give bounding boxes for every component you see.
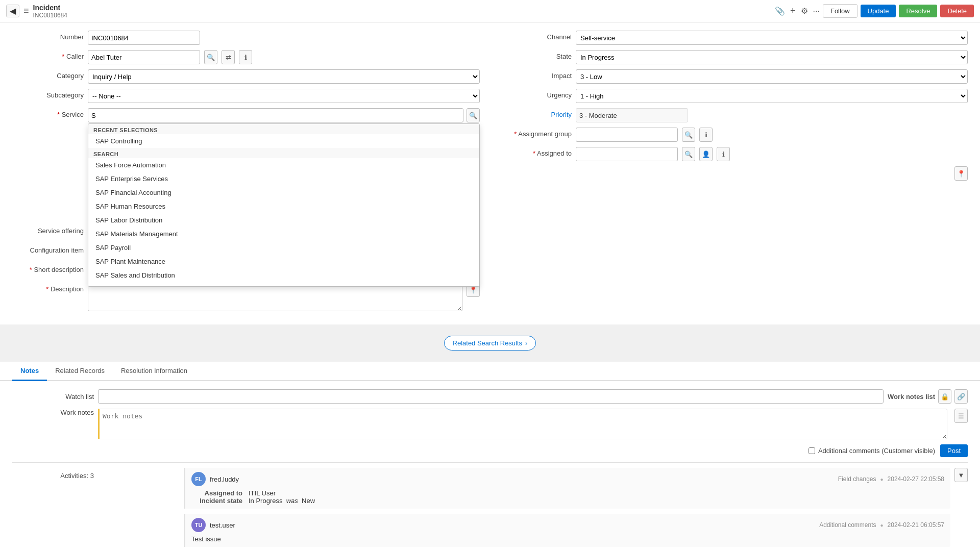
work-notes-label: Work notes <box>12 409 94 416</box>
avatar-fl: FL <box>191 472 206 486</box>
form-right: Channel Self-service Phone Email State I… <box>480 31 968 316</box>
description-label: Description <box>12 283 84 293</box>
short-desc-label: Short description <box>12 263 84 273</box>
description-textarea[interactable] <box>88 283 462 311</box>
activity-type-1: Field changes <box>838 475 876 483</box>
service-offering-label: Service offering <box>12 224 84 235</box>
username-fl: fred.luddy <box>210 475 239 483</box>
caller-search-icon[interactable]: 🔍 <box>204 50 217 64</box>
additional-comments-checkbox[interactable] <box>808 447 815 454</box>
channel-label: Channel <box>500 31 572 41</box>
update-button[interactable]: Update <box>861 5 896 17</box>
search-label: Search <box>88 148 479 158</box>
post-row: Additional comments (Customer visible) P… <box>12 444 968 457</box>
priority-value: 3 - Moderate <box>576 108 688 122</box>
number-label: Number <box>12 31 84 41</box>
watch-list-input[interactable] <box>98 389 884 404</box>
dropdown-item-sap-payroll[interactable]: SAP Payroll <box>88 241 479 255</box>
state-label: State <box>500 50 572 60</box>
dropdown-item-sap-financial[interactable]: SAP Financial Accounting <box>88 186 479 199</box>
assigned-to-user-btn[interactable]: 👤 <box>699 147 713 161</box>
caller-info-icon[interactable]: ℹ <box>239 50 252 64</box>
related-search-label: Related Search Results <box>453 339 523 347</box>
dropdown-item-sap-materials[interactable]: SAP Materials Management <box>88 227 479 241</box>
related-search-btn[interactable]: Related Search Results › <box>444 336 536 350</box>
form-area: Number Caller 🔍 ⇄ ℹ Category Inquiry / H… <box>0 22 980 324</box>
more-icon[interactable]: ··· <box>813 7 820 16</box>
work-notes-format-btn[interactable]: ☰ <box>954 409 968 423</box>
dropdown-item-sap-controlling[interactable]: SAP Controlling <box>88 134 479 148</box>
location-btn[interactable]: 📍 <box>954 166 968 181</box>
username-tu-1: test.user <box>210 521 235 529</box>
tab-related-records[interactable]: Related Records <box>47 362 113 381</box>
assignment-group-search-btn[interactable]: 🔍 <box>682 128 695 142</box>
form-left: Number Caller 🔍 ⇄ ℹ Category Inquiry / H… <box>12 31 480 316</box>
service-field-wrap: 🔍 Recent selections SAP Controlling Sear… <box>88 108 480 122</box>
service-dropdown: Recent selections SAP Controlling Search… <box>88 123 480 287</box>
work-notes-textarea[interactable] <box>98 409 947 439</box>
assigned-to-info-btn[interactable]: ℹ <box>717 147 730 161</box>
subcategory-select[interactable]: -- None -- <box>88 89 480 103</box>
number-input[interactable] <box>88 31 200 45</box>
menu-icon[interactable]: ≡ <box>23 6 29 16</box>
channel-select[interactable]: Self-service Phone Email <box>576 31 968 45</box>
assigned-to-search-btn[interactable]: 🔍 <box>682 147 695 161</box>
service-input[interactable] <box>88 108 463 122</box>
post-button[interactable]: Post <box>940 444 968 457</box>
work-notes-list-share-btn[interactable]: 🔗 <box>954 389 968 404</box>
priority-label[interactable]: Priority <box>500 108 572 118</box>
activity-ts-2: 2024-02-21 06:05:57 <box>888 521 944 529</box>
assigned-to-label: Assigned to <box>500 147 572 157</box>
recent-selections-label: Recent selections <box>88 124 479 134</box>
add-icon[interactable]: + <box>790 6 796 16</box>
dropdown-item-sap-plant[interactable]: SAP Plant Maintenance <box>88 255 479 268</box>
dropdown-item-sap-human[interactable]: SAP Human Resources <box>88 199 479 213</box>
service-search-btn[interactable]: 🔍 <box>467 108 480 122</box>
attachment-icon[interactable]: 📎 <box>775 6 785 16</box>
assignment-group-info-btn[interactable]: ℹ <box>699 128 713 142</box>
activities-filter-btn[interactable]: ▼ <box>954 468 968 482</box>
caller-input[interactable] <box>88 50 200 64</box>
watch-list-label: Watch list <box>12 393 94 400</box>
tab-content: Watch list Work notes list 🔒 🔗 Work note… <box>0 381 980 551</box>
urgency-select[interactable]: 1 - High 2 - Medium 3 - Low <box>576 89 968 103</box>
follow-button[interactable]: Follow <box>823 4 857 18</box>
activity-text-2: Test issue <box>191 535 944 543</box>
activity-entry-1: FL fred.luddy Field changes ● 2024-02-27… <box>184 468 950 509</box>
dropdown-item-sap-labor[interactable]: SAP Labor Distribution <box>88 213 479 227</box>
tabs-bar: Notes Related Records Resolution Informa… <box>0 362 980 381</box>
resolve-button[interactable]: Resolve <box>899 5 937 17</box>
service-label: Service <box>12 108 84 118</box>
tab-notes[interactable]: Notes <box>12 362 47 381</box>
dropdown-item-securities[interactable]: Securities Lending <box>88 282 479 287</box>
delete-button[interactable]: Delete <box>940 5 974 17</box>
activity-entry-2: TU test.user Additional comments ● 2024-… <box>184 514 950 547</box>
work-notes-list-label: Work notes list <box>888 393 935 400</box>
incident-number: INC0010684 <box>33 12 67 19</box>
dropdown-item-sales-force[interactable]: Sales Force Automation <box>88 158 479 172</box>
related-search-wrap: Related Search Results › <box>0 324 980 362</box>
assigned-to-input[interactable]: ITIL User <box>576 147 678 161</box>
category-select[interactable]: Inquiry / Help Software Hardware Network <box>88 69 480 84</box>
subcategory-label: Subcategory <box>12 89 84 99</box>
activity-type-2: Additional comments <box>819 521 876 529</box>
state-select[interactable]: In Progress New Resolved Closed <box>576 50 968 64</box>
assignment-group-input[interactable]: Service Desk <box>576 128 678 142</box>
impact-label: Impact <box>500 69 572 80</box>
activity-ts-1: 2024-02-27 22:05:58 <box>888 475 944 483</box>
config-item-label: Configuration item <box>12 244 84 254</box>
settings-icon[interactable]: ⚙ <box>801 6 808 16</box>
caller-relate-icon[interactable]: ⇄ <box>222 50 235 64</box>
dropdown-item-sap-sales[interactable]: SAP Sales and Distribution <box>88 268 479 282</box>
assignment-group-label: Assignment group <box>500 128 572 138</box>
additional-comments-label[interactable]: Additional comments (Customer visible) <box>808 447 935 455</box>
back-button[interactable]: ◀ <box>6 5 19 17</box>
tab-resolution-info[interactable]: Resolution Information <box>113 362 195 381</box>
dropdown-item-sap-enterprise[interactable]: SAP Enterprise Services <box>88 172 479 186</box>
avatar-tu-1: TU <box>191 518 206 532</box>
work-notes-list-lock-btn[interactable]: 🔒 <box>938 389 951 404</box>
related-search-icon: › <box>525 339 527 347</box>
incident-title: Incident <box>33 4 67 12</box>
impact-select[interactable]: 3 - Low 2 - Medium 1 - High <box>576 69 968 84</box>
category-label: Category <box>12 69 84 80</box>
